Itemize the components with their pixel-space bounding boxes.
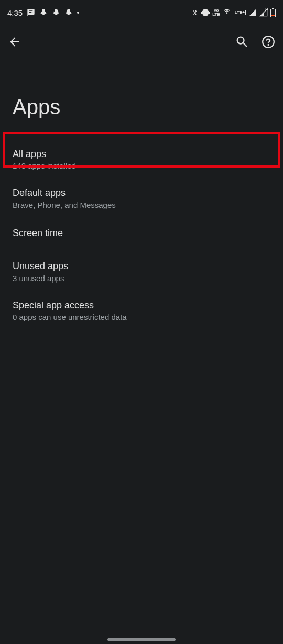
hotspot-icon — [223, 8, 231, 17]
snapchat-icon — [39, 8, 48, 17]
lte-plus-icon: LTE+ — [234, 10, 246, 15]
list-item-subtitle: Brave, Phone, and Messages — [13, 201, 270, 209]
snapchat-icon — [52, 8, 60, 17]
svg-rect-0 — [272, 8, 274, 9]
settings-list: All apps 148 apps installed Default apps… — [0, 140, 283, 330]
signal-roaming-icon: R — [259, 8, 268, 17]
list-item-subtitle: 0 apps can use unrestricted data — [13, 313, 270, 321]
app-bar — [0, 25, 283, 59]
list-item-subtitle: 148 apps installed — [13, 161, 270, 170]
svg-point-4 — [268, 45, 268, 45]
signal-icon — [248, 8, 257, 17]
battery-low-icon — [270, 8, 276, 17]
list-item-title: Unused apps — [13, 260, 270, 272]
svg-rect-2 — [271, 15, 275, 16]
list-item-title: Special app access — [13, 299, 270, 312]
more-notifications-dot-icon — [77, 12, 79, 14]
list-item-unused-apps[interactable]: Unused apps 3 unused apps — [0, 252, 283, 291]
page-title: Apps — [0, 59, 283, 140]
status-bar-left: 4:35 — [7, 8, 79, 17]
search-button[interactable] — [235, 35, 249, 49]
list-item-subtitle: 3 unused apps — [13, 274, 270, 283]
snapchat-icon — [64, 8, 73, 17]
status-bar: 4:35 VoLTE LTE+ — [0, 0, 283, 25]
help-button[interactable] — [261, 35, 276, 49]
list-item-special-app-access[interactable]: Special app access 0 apps can use unrest… — [0, 291, 283, 330]
arrow-back-icon — [8, 35, 21, 49]
navigation-handle[interactable] — [107, 638, 176, 641]
vibrate-icon — [201, 8, 210, 17]
status-time: 4:35 — [7, 8, 23, 17]
list-item-screen-time[interactable]: Screen time — [0, 218, 283, 252]
search-icon — [235, 35, 249, 49]
list-item-title: Screen time — [13, 227, 270, 239]
list-item-title: All apps — [13, 148, 270, 160]
notification-icons — [27, 8, 79, 17]
list-item-all-apps[interactable]: All apps 148 apps installed — [0, 140, 283, 179]
help-icon — [262, 35, 275, 49]
volte-icon: VoLTE — [212, 8, 220, 17]
back-button[interactable] — [7, 35, 22, 49]
message-icon — [27, 8, 35, 17]
list-item-default-apps[interactable]: Default apps Brave, Phone, and Messages — [0, 179, 283, 217]
list-item-title: Default apps — [13, 187, 270, 199]
bluetooth-icon — [191, 9, 199, 16]
status-bar-right: VoLTE LTE+ R — [191, 8, 276, 17]
